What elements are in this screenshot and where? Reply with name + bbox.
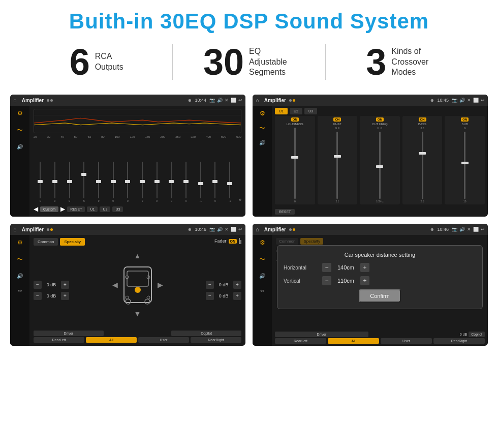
horizontal-minus-btn[interactable]: − [322,263,331,272]
phat-val: 2.1 [335,200,339,203]
eq-slider-7[interactable]: 0 [121,162,135,202]
fader-sliders-icon [239,238,241,244]
screen4-icons: 📷 🔊 ✕ ⬜ ↩ [452,227,485,232]
dialog-user-btn[interactable]: User [381,338,432,344]
eq-slider-5[interactable]: 0 [92,162,106,202]
confirm-button[interactable]: Confirm [359,289,401,303]
sub-on-badge: ON [461,117,469,122]
fader-db-val-2: 0 dB [44,293,59,298]
screen1-body: ⚙ 〜 🔊 [10,106,245,217]
fader-driver-btn[interactable]: Driver [34,331,104,336]
screen3-body: ⚙ 〜 🔊 ⇔ Common Specialty Fader ON [10,235,245,346]
dialog-all-btn[interactable]: All [328,338,379,344]
bass-slider[interactable] [422,132,423,199]
cutfreq-slider[interactable] [379,132,381,199]
screen3-time: 10:46 [195,227,206,232]
eq-custom-btn[interactable]: Custom [40,206,58,212]
location-icon: ⊕ [188,98,192,103]
amp-u3-btn[interactable]: U3 [304,108,317,114]
eq-slider-8[interactable]: 0 [136,162,149,202]
dialog-vertical-row: Vertical − 110cm + [284,276,476,285]
horizontal-value: 140cm [334,264,357,271]
screen-dialog: ⌂ Amplifier ⊕ 10:46 📷 🔊 ✕ ⬜ ↩ ⚙ 〜 🔊 ⇔ [253,224,488,346]
camera-icon: 📷 [209,98,215,103]
eq-next-btn[interactable]: ▶ [60,205,65,213]
arrow-right: ▶ [158,281,163,289]
dialog-driver-btn[interactable]: Driver [275,332,368,337]
fader-tab-common[interactable]: Common [34,238,58,246]
fader-minus-2[interactable]: − [34,292,42,300]
amp-presets: U1 U2 U3 [275,108,485,114]
eq-slider-3[interactable]: 0 [63,162,76,202]
eq-slider-12[interactable]: -1 [194,162,207,202]
horizontal-plus-btn[interactable]: + [360,263,369,272]
eq-slider-9[interactable]: 0 [150,162,164,202]
eq-slider-6[interactable]: 0 [106,162,120,202]
stat-divider-1 [172,44,173,80]
window-icon: ⬜ [231,98,236,103]
phat-slider[interactable] [336,132,338,199]
amp-band-cutfreq: ON CUT FREQ F G 100Hz [360,116,400,204]
amp-reset-btn[interactable]: RESET [275,209,295,215]
fader-rearright-btn[interactable]: RearRight [191,337,241,343]
eq-slider-10[interactable]: 0 [165,162,178,202]
eq-u3-btn[interactable]: U3 [112,206,123,212]
eq-slider-11[interactable]: 0 [179,162,193,202]
eq-u1-btn[interactable]: U1 [87,206,98,212]
sub-slider[interactable] [464,132,465,199]
vertical-minus-btn[interactable]: − [322,276,331,285]
loudness-slider[interactable] [294,128,296,199]
fader-plus-1[interactable]: + [61,281,69,289]
fader-user-btn[interactable]: User [138,337,189,343]
volume-icon: 🔊 [217,98,223,103]
dialog-copilot-btn[interactable]: Copilot [469,332,485,337]
fader-rearleft-btn[interactable]: RearLeft [34,337,84,343]
fader-eq-icon: ⚙ [17,239,23,246]
speaker-icon: 🔊 [17,144,23,150]
stat-rca-label: RCAOutputs [95,51,123,73]
eq-slider-14[interactable]: -1 [223,162,237,202]
fader-minus-4[interactable]: − [206,292,214,300]
eq-prev-btn[interactable]: ◀ [34,205,38,213]
fader-plus-4[interactable]: + [233,292,241,300]
amp-band-phat: ON PHAT GF 2.1 [318,116,358,204]
close-icon-3: ✕ [225,227,229,232]
amp-main: U1 U2 U3 ON LOUDNESS 0 [272,106,488,217]
eq-u2-btn[interactable]: U2 [100,206,110,212]
fader-all-btn[interactable]: All [86,337,137,343]
stat-crossover-label: Kinds ofCrossover Modes [391,46,437,78]
fader-minus-1[interactable]: − [34,281,42,289]
close-icon-4: ✕ [467,227,471,232]
dialog-balance-icon: ⇔ [260,288,264,293]
eq-reset-btn[interactable]: RESET [67,206,85,212]
fader-plus-2[interactable]: + [61,292,69,300]
vertical-plus-btn[interactable]: + [360,276,369,285]
fader-db-row-1: − 0 dB + [34,281,69,289]
eq-main: 253240 506380 100125160 200250320 400500… [29,106,245,217]
amp-u1-btn[interactable]: U1 [275,108,288,114]
dot6 [50,228,53,231]
eq-slider-1[interactable]: 0 [34,162,47,202]
loudness-on-badge: ON [291,117,299,122]
fader-plus-3[interactable]: + [233,281,241,289]
stat-rca-number: 6 [70,44,90,80]
screen3-dots [47,228,53,231]
fader-tab-specialty[interactable]: Specialty [60,238,84,246]
loudness-val: 0 [294,200,296,203]
svg-point-6 [126,299,131,304]
eq-slider-13[interactable]: 0 [208,162,222,202]
screen4-dots [289,228,295,231]
stat-divider-2 [325,44,326,80]
dialog-rearleft-btn[interactable]: RearLeft [275,338,326,344]
svg-rect-5 [127,271,148,286]
dialog-rearright-btn[interactable]: RearRight [433,338,485,344]
eq-slider-4[interactable]: 5 [77,162,91,202]
amp-u2-btn[interactable]: U2 [290,108,302,114]
arrow-left: ◀ [112,281,118,289]
fader-minus-3[interactable]: − [206,281,214,289]
fader-sidebar: ⚙ 〜 🔊 ⇔ [10,235,29,346]
dialog-title: Car speaker distance setting [284,252,476,258]
svg-point-12 [147,296,150,299]
eq-slider-2[interactable]: 0 [48,162,62,202]
fader-copilot-btn[interactable]: Copilot [171,331,241,336]
